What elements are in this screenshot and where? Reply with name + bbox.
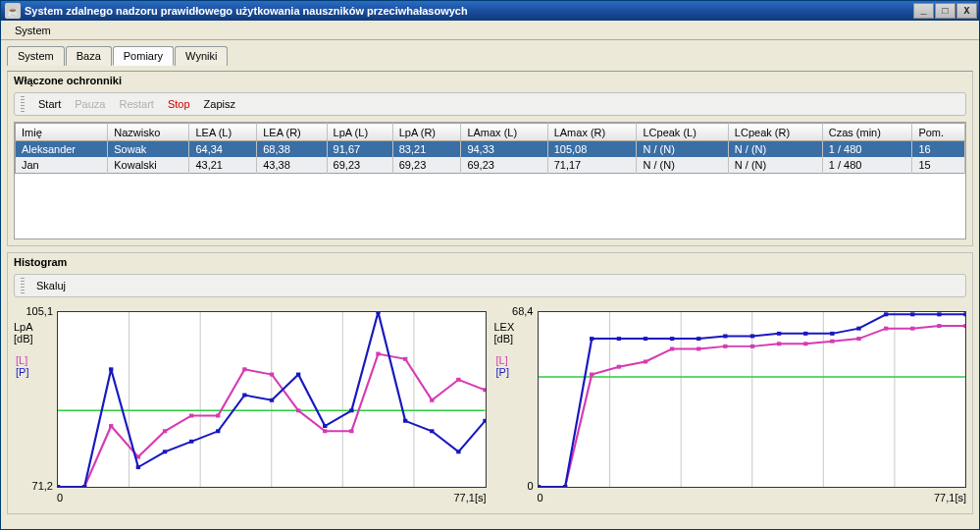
tab-bar: System Baza Pomiary Wyniki	[7, 46, 973, 66]
toolbar-handle-icon[interactable]	[21, 96, 25, 112]
chart-lpa-xmax: 77,1[s]	[453, 492, 486, 504]
app-window: ☕ System zdalnego nadzoru prawidłowego u…	[0, 0, 980, 530]
svg-rect-30	[242, 394, 246, 398]
chart-lex-svg	[539, 312, 966, 487]
svg-rect-73	[803, 332, 807, 336]
svg-rect-31	[270, 398, 274, 402]
table-cell: 1 / 480	[822, 157, 912, 174]
table-cell: N / (N)	[637, 141, 728, 158]
column-header[interactable]: LEA (L)	[189, 124, 257, 141]
svg-rect-61	[937, 324, 941, 328]
chart-lex-legend-p: [P]	[496, 366, 509, 378]
tab-pomiary[interactable]: Pomiary	[113, 46, 174, 66]
column-header[interactable]: Nazwisko	[108, 124, 189, 141]
menubar: System	[1, 21, 979, 40]
table-cell: Jan	[16, 157, 108, 174]
svg-rect-23	[58, 485, 60, 487]
tab-baza[interactable]: Baza	[66, 46, 112, 66]
svg-rect-35	[376, 312, 380, 314]
stop-button[interactable]: Stop	[162, 96, 196, 112]
table-cell: Aleksander	[16, 141, 108, 158]
chart-lpa-box	[57, 311, 487, 488]
column-header[interactable]: LpA (L)	[327, 124, 392, 141]
table-cell: N / (N)	[728, 157, 822, 174]
svg-rect-8	[109, 424, 113, 428]
svg-rect-70	[723, 334, 727, 338]
svg-rect-59	[883, 327, 887, 331]
table-cell: 64,34	[189, 141, 257, 158]
column-header[interactable]: LpA (R)	[392, 124, 461, 141]
skaluj-button[interactable]: Skaluj	[30, 278, 72, 293]
table-cell: N / (N)	[728, 141, 822, 158]
table-wrap[interactable]: ImięNazwiskoLEA (L)LEA (R)LpA (L)LpA (R)…	[14, 122, 966, 239]
start-button[interactable]: Start	[32, 96, 67, 112]
table-cell: 94,33	[461, 141, 547, 158]
table-row[interactable]: JanKowalski43,2143,3869,2369,2369,2371,1…	[16, 157, 965, 174]
svg-rect-64	[562, 485, 566, 487]
tab-wyniki[interactable]: Wyniki	[175, 46, 228, 66]
zapisz-button[interactable]: Zapisz	[198, 96, 241, 112]
measurements-table: ImięNazwiskoLEA (L)LEA (R)LpA (L)LpA (R)…	[15, 123, 965, 174]
svg-rect-34	[349, 408, 353, 412]
column-header[interactable]: LAmax (L)	[461, 124, 547, 141]
svg-rect-77	[910, 312, 914, 316]
charts-row: LpA [dB] [L] [P] 105,1 71,2	[14, 301, 966, 507]
minimize-button[interactable]: _	[913, 3, 934, 19]
panel-histogram-title: Histogram	[8, 253, 972, 268]
table-cell: 15	[912, 157, 965, 174]
toolbar-ochronniki: Start Pauza Restart Stop Zapisz	[14, 92, 966, 116]
chart-lex-box	[538, 311, 967, 488]
svg-rect-51	[669, 346, 673, 350]
svg-rect-22	[483, 388, 485, 392]
table-header-row: ImięNazwiskoLEA (L)LEA (R)LpA (L)LpA (R)…	[16, 124, 965, 141]
svg-rect-71	[749, 334, 753, 338]
window-title: System zdalnego nadzoru prawidłowego uży…	[25, 5, 913, 17]
svg-rect-18	[376, 352, 380, 356]
close-button[interactable]: X	[956, 3, 977, 19]
panel-histogram: Histogram Skaluj LpA [dB]	[7, 252, 973, 514]
table-cell: N / (N)	[637, 157, 728, 174]
chart-lpa-legend-p: [P]	[16, 366, 28, 378]
chart-lpa-svg	[58, 312, 486, 487]
chart-lex-xmax: 77,1[s]	[934, 492, 966, 504]
panel-ochronniki: Włączone ochronniki Start Pauza Restart …	[7, 71, 973, 246]
svg-rect-52	[696, 346, 700, 350]
svg-rect-76	[883, 312, 887, 316]
chart-lpa-legend-l: [L]	[16, 354, 27, 366]
table-row[interactable]: AleksanderSowak64,3468,3891,6783,2194,33…	[16, 141, 965, 158]
table-cell: 68,38	[257, 141, 327, 158]
column-header[interactable]: LCpeak (L)	[637, 124, 728, 141]
svg-rect-28	[189, 440, 193, 444]
svg-rect-60	[910, 327, 914, 331]
svg-rect-38	[456, 450, 460, 453]
toolbar-handle-icon[interactable]	[21, 278, 25, 293]
pauza-button: Pauza	[69, 96, 111, 112]
table-cell: 43,38	[257, 157, 327, 174]
panel-ochronniki-title: Włączone ochronniki	[8, 72, 972, 86]
tab-system[interactable]: System	[7, 46, 65, 66]
column-header[interactable]: LAmax (R)	[547, 124, 637, 141]
column-header[interactable]: LEA (R)	[257, 124, 327, 141]
svg-rect-75	[856, 327, 860, 331]
chart-lpa-unit: [dB]	[14, 333, 33, 344]
svg-rect-79	[963, 312, 965, 316]
chart-lpa-ymin: 71,2	[14, 480, 57, 492]
svg-rect-72	[776, 332, 780, 336]
column-header[interactable]: Czas (min)	[822, 124, 912, 141]
column-header[interactable]: Imię	[16, 124, 108, 141]
maximize-button[interactable]: □	[935, 3, 955, 19]
table-cell: 16	[912, 141, 965, 158]
svg-rect-29	[216, 429, 220, 433]
chart-lex-unit: [dB]	[494, 333, 514, 344]
svg-rect-24	[82, 485, 86, 487]
svg-rect-48	[590, 373, 593, 377]
menu-system[interactable]: System	[7, 23, 59, 38]
chart-lpa-xmin: 0	[57, 492, 63, 504]
svg-rect-37	[430, 429, 434, 433]
table-cell: Sowak	[108, 141, 189, 158]
column-header[interactable]: Pom.	[912, 124, 965, 141]
toolbar-histogram: Skaluj	[14, 274, 966, 297]
column-header[interactable]: LCpeak (R)	[728, 124, 822, 141]
table-cell: 69,23	[392, 157, 461, 174]
svg-rect-55	[776, 342, 780, 345]
